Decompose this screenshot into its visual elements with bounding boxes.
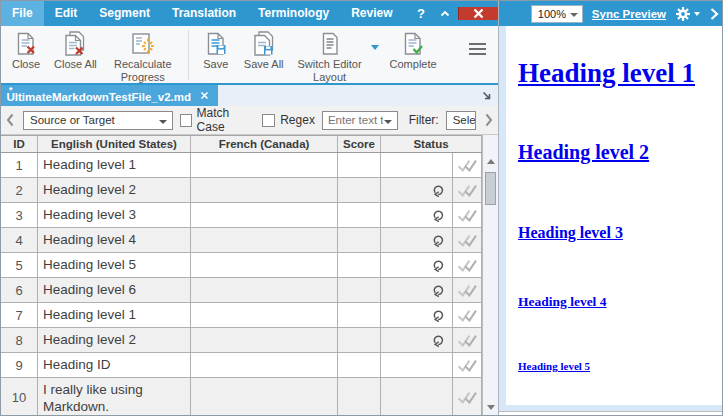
grid-cell-target[interactable] bbox=[191, 328, 338, 352]
preview-left-gutter[interactable] bbox=[499, 26, 506, 405]
menu-item-segment[interactable]: Segment bbox=[88, 1, 161, 26]
tab-close-icon[interactable] bbox=[200, 91, 209, 100]
chevron-right-icon bbox=[709, 7, 719, 21]
switch-editor-layout-button[interactable]: Switch Editor Layout bbox=[289, 29, 371, 84]
grid-cell-confirm[interactable] bbox=[453, 303, 482, 327]
toolbar-separator bbox=[188, 30, 189, 80]
column-header-target[interactable]: French (Canada) bbox=[191, 136, 338, 152]
grid-cell-source[interactable]: Heading level 1 bbox=[38, 153, 191, 177]
grid-cell-source[interactable]: Heading ID bbox=[38, 353, 191, 377]
grid-cell-confirm[interactable] bbox=[453, 228, 482, 252]
menu-item-edit[interactable]: Edit bbox=[44, 1, 89, 26]
table-row[interactable]: 2Heading level 2 bbox=[1, 178, 482, 203]
table-row[interactable]: 3Heading level 3 bbox=[1, 203, 482, 228]
grid-cell-source[interactable]: Heading level 3 bbox=[38, 203, 191, 227]
table-row[interactable]: 6Heading level 6 bbox=[1, 278, 482, 303]
table-row[interactable]: 9Heading ID bbox=[1, 353, 482, 378]
sync-preview-link[interactable]: Sync Preview bbox=[592, 8, 666, 20]
grid-cell-target[interactable] bbox=[191, 378, 338, 416]
table-row[interactable]: 4Heading level 4 bbox=[1, 228, 482, 253]
grid-vertical-scrollbar[interactable] bbox=[482, 135, 498, 416]
table-row[interactable]: 8Heading level 2 bbox=[1, 328, 482, 353]
grid-cell-id: 10 bbox=[1, 378, 38, 416]
table-row[interactable]: 10I really like using Markdown. bbox=[1, 378, 482, 416]
regex-option[interactable]: Regex bbox=[262, 113, 315, 127]
save-button[interactable]: Save bbox=[193, 29, 239, 71]
grid-cell-source[interactable]: Heading level 4 bbox=[38, 228, 191, 252]
filter-select-value: Sele bbox=[453, 114, 476, 126]
hamburger-menu-icon[interactable] bbox=[469, 43, 486, 55]
menu-item-terminology[interactable]: Terminology bbox=[247, 1, 340, 26]
table-row[interactable]: 7Heading level 1 bbox=[1, 303, 482, 328]
double-check-icon bbox=[457, 233, 477, 248]
zoom-select[interactable]: 100% bbox=[531, 5, 583, 23]
grid-cell-source[interactable]: I really like using Markdown. bbox=[38, 378, 191, 416]
help-icon[interactable]: ? bbox=[410, 6, 432, 21]
grid-cell-target[interactable] bbox=[191, 203, 338, 227]
grid-cell-confirm[interactable] bbox=[453, 353, 482, 377]
grid-cell-confirm[interactable] bbox=[453, 278, 482, 302]
chevron-down-icon[interactable] bbox=[371, 45, 379, 50]
grid-cell-target[interactable] bbox=[191, 178, 338, 202]
close-button[interactable]: Close bbox=[3, 29, 49, 71]
table-row[interactable]: 5Heading level 5 bbox=[1, 253, 482, 278]
close-window-button[interactable] bbox=[458, 7, 498, 20]
complete-button[interactable]: Complete bbox=[385, 29, 442, 71]
grid-cell-confirm[interactable] bbox=[453, 203, 482, 227]
grid-cell-confirm[interactable] bbox=[453, 153, 482, 177]
return-mark-icon bbox=[430, 232, 446, 248]
grid-cell-target[interactable] bbox=[191, 253, 338, 277]
search-combo[interactable] bbox=[322, 111, 398, 130]
grid-cell-target[interactable] bbox=[191, 353, 338, 377]
collapse-pane-button[interactable] bbox=[709, 7, 719, 21]
grid-cell-confirm[interactable] bbox=[453, 328, 482, 352]
scrollbar-down-arrow[interactable] bbox=[483, 400, 498, 414]
grid-cell-target[interactable] bbox=[191, 278, 338, 302]
grid-cell-target[interactable] bbox=[191, 153, 338, 177]
table-row[interactable]: 1Heading level 1 bbox=[1, 153, 482, 178]
grid-cell-source[interactable]: Heading level 2 bbox=[38, 328, 191, 352]
column-header-source[interactable]: English (United States) bbox=[38, 136, 191, 152]
grid-cell-status bbox=[381, 228, 453, 252]
match-case-option[interactable]: Match Case bbox=[180, 106, 256, 134]
chevron-up-icon[interactable] bbox=[432, 8, 458, 20]
menu-item-file[interactable]: File bbox=[1, 1, 44, 26]
grid-cell-target[interactable] bbox=[191, 228, 338, 252]
grid-body: 1Heading level 12Heading level 23Heading… bbox=[1, 153, 482, 416]
grid-cell-confirm[interactable] bbox=[453, 178, 482, 202]
grid-cell-source[interactable]: Heading level 1 bbox=[38, 303, 191, 327]
preview-settings-button[interactable] bbox=[675, 6, 700, 22]
close-all-documents-icon bbox=[61, 31, 89, 57]
grid-cell-target[interactable] bbox=[191, 303, 338, 327]
grid-cell-confirm[interactable] bbox=[453, 378, 482, 416]
menu-item-translation[interactable]: Translation bbox=[161, 1, 247, 26]
grid-header: ID English (United States) French (Canad… bbox=[1, 135, 482, 153]
tab-ultimatemarkdowntestfile[interactable]: *UltimateMarkdownTestFile_v2.md bbox=[1, 85, 218, 106]
column-header-status[interactable]: Status bbox=[381, 136, 482, 152]
regex-checkbox[interactable] bbox=[262, 114, 275, 127]
preview-header: 100% Sync Preview bbox=[499, 1, 723, 26]
scrollbar-up-arrow[interactable] bbox=[483, 154, 498, 168]
save-all-button[interactable]: Save All bbox=[239, 29, 289, 71]
search-input[interactable] bbox=[323, 112, 383, 129]
grid-cell-score bbox=[338, 328, 381, 352]
filter-select[interactable]: Sele bbox=[446, 111, 476, 130]
preview-horizontal-scrollbar[interactable] bbox=[499, 405, 723, 412]
column-header-id[interactable]: ID bbox=[1, 136, 38, 152]
grid-cell-source[interactable]: Heading level 6 bbox=[38, 278, 191, 302]
modified-marker: * bbox=[9, 85, 13, 95]
scrollbar-thumb[interactable] bbox=[485, 172, 496, 205]
close-all-button[interactable]: Close All bbox=[49, 29, 102, 71]
recalculate-progress-button[interactable]: Recalculate Progress bbox=[102, 29, 184, 84]
grid-cell-source[interactable]: Heading level 5 bbox=[38, 253, 191, 277]
column-header-score[interactable]: Score bbox=[338, 136, 381, 152]
grid-cell-confirm[interactable] bbox=[453, 253, 482, 277]
scope-select[interactable]: Source or Target bbox=[23, 111, 173, 130]
scroll-left-icon[interactable] bbox=[4, 112, 16, 128]
match-case-checkbox[interactable] bbox=[180, 114, 192, 127]
tab-label: UltimateMarkdownTestFile_v2.md bbox=[7, 91, 191, 103]
menu-item-review[interactable]: Review bbox=[340, 1, 403, 26]
grid-cell-source[interactable]: Heading level 2 bbox=[38, 178, 191, 202]
scroll-right-icon[interactable] bbox=[483, 112, 495, 128]
dock-arrow-icon[interactable] bbox=[481, 90, 492, 101]
